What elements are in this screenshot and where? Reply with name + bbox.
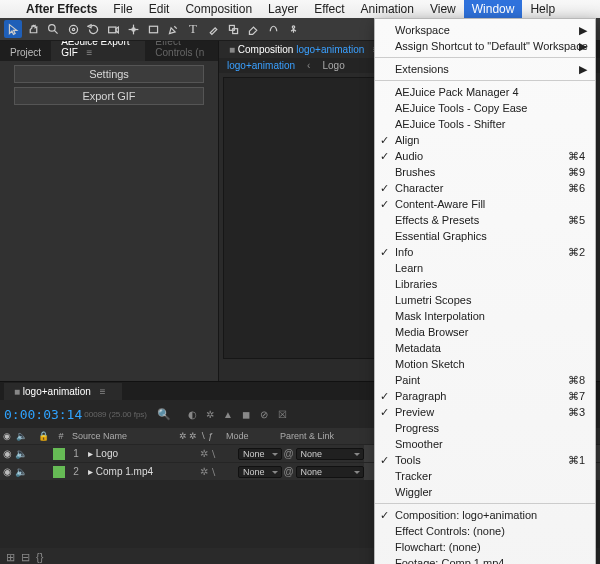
panel-menu-icon[interactable]: ≡ — [94, 386, 112, 397]
toggle-switches-icon[interactable]: ⊞ — [6, 551, 15, 564]
menubar-item-animation[interactable]: Animation — [353, 0, 422, 18]
menubar-item-effect[interactable]: Effect — [306, 0, 352, 18]
blend-mode-select[interactable]: None — [238, 448, 282, 460]
menu-item[interactable]: Media Browser — [375, 324, 595, 340]
menu-item[interactable]: ✓Info⌘2 — [375, 244, 595, 260]
menu-item[interactable]: Brushes⌘9 — [375, 164, 595, 180]
menu-item[interactable]: Mask Interpolation — [375, 308, 595, 324]
switch-icon[interactable]: ✲ — [203, 409, 217, 420]
tab-project[interactable]: Project — [0, 44, 51, 61]
menu-item[interactable]: Smoother — [375, 436, 595, 452]
timeline-tab[interactable]: ■ logo+animation ≡ — [4, 383, 122, 400]
layer-name[interactable]: ▸ Comp 1.mp4 — [84, 466, 178, 477]
rectangle-tool-icon[interactable] — [144, 20, 162, 38]
menubar-item-edit[interactable]: Edit — [141, 0, 178, 18]
label-color[interactable] — [53, 466, 65, 478]
toggle-modes-icon[interactable]: ⊟ — [21, 551, 30, 564]
menu-item[interactable]: Essential Graphics — [375, 228, 595, 244]
menu-item[interactable]: ✓Character⌘6 — [375, 180, 595, 196]
switch-icon[interactable]: ⊘ — [257, 409, 271, 420]
roto-tool-icon[interactable] — [264, 20, 282, 38]
visibility-toggle[interactable]: ◉ — [0, 448, 14, 459]
timecode-sub: 00089 (25.00 fps) — [84, 410, 147, 419]
visibility-toggle[interactable]: ◉ — [0, 466, 14, 477]
menu-item[interactable]: Effects & Presets⌘5 — [375, 212, 595, 228]
menu-item[interactable]: ✓Composition: logo+animation — [375, 507, 595, 523]
layer-switches[interactable]: ✲ ∖ — [178, 448, 238, 459]
aejuice-settings-button[interactable]: Settings — [14, 65, 204, 83]
menu-item[interactable]: Lumetri Scopes — [375, 292, 595, 308]
layer-switches[interactable]: ✲ ∖ — [178, 466, 238, 477]
parent-select[interactable]: None — [296, 466, 364, 478]
rotate-tool-icon[interactable] — [84, 20, 102, 38]
toggle-brackets-icon[interactable]: {} — [36, 551, 43, 563]
switch-icon[interactable]: ◐ — [185, 409, 199, 420]
window-menu-dropdown[interactable]: Workspace▶Assign Shortcut to "Default" W… — [374, 18, 596, 564]
menu-item[interactable]: ✓Preview⌘3 — [375, 404, 595, 420]
col-source[interactable]: Source Name — [72, 431, 166, 441]
menu-item[interactable]: Flowchart: (none) — [375, 539, 595, 555]
switch-icon[interactable]: ▲ — [221, 409, 235, 420]
label-color[interactable] — [53, 448, 65, 460]
parent-pickwhip-icon[interactable]: @ — [282, 448, 296, 459]
app-name[interactable]: After Effects — [18, 2, 105, 16]
audio-toggle[interactable]: 🔈 — [14, 466, 28, 477]
menu-item[interactable]: Tracker — [375, 468, 595, 484]
selection-tool-icon[interactable] — [4, 20, 22, 38]
type-tool-icon[interactable]: T — [184, 20, 202, 38]
menu-item[interactable]: AEJuice Pack Manager 4 — [375, 84, 595, 100]
menubar-item-file[interactable]: File — [105, 0, 140, 18]
menubar-item-layer[interactable]: Layer — [260, 0, 306, 18]
panel-menu-icon[interactable]: ≡ — [81, 47, 99, 58]
menu-item[interactable]: ✓Audio⌘4 — [375, 148, 595, 164]
menu-item[interactable]: ✓Tools⌘1 — [375, 452, 595, 468]
clone-tool-icon[interactable] — [224, 20, 242, 38]
hand-tool-icon[interactable] — [24, 20, 42, 38]
menu-item[interactable]: Footage: Comp 1.mp4 — [375, 555, 595, 564]
blend-mode-select[interactable]: None — [238, 466, 282, 478]
search-icon[interactable]: 🔍 — [157, 408, 171, 421]
inner-tab-other[interactable]: Logo — [322, 60, 344, 71]
svg-point-4 — [72, 28, 74, 30]
parent-select[interactable]: None — [296, 448, 364, 460]
audio-toggle[interactable]: 🔈 — [14, 448, 28, 459]
menu-item[interactable]: ✓Content-Aware Fill — [375, 196, 595, 212]
menu-item[interactable]: Libraries — [375, 276, 595, 292]
timecode[interactable]: 0:00:03:14 — [4, 407, 82, 422]
brush-tool-icon[interactable] — [204, 20, 222, 38]
layer-name[interactable]: ▸ Logo — [84, 448, 178, 459]
menu-item[interactable]: Extensions▶ — [375, 61, 595, 77]
eraser-tool-icon[interactable] — [244, 20, 262, 38]
menu-item[interactable]: AEJuice Tools - Shifter — [375, 116, 595, 132]
tab-composition[interactable]: ■ Composition logo+animation ≡ — [219, 41, 395, 58]
menu-item[interactable]: Effect Controls: (none) — [375, 523, 595, 539]
parent-pickwhip-icon[interactable]: @ — [282, 466, 296, 477]
menu-item[interactable]: Learn — [375, 260, 595, 276]
puppet-tool-icon[interactable] — [284, 20, 302, 38]
menu-item[interactable]: AEJuice Tools - Copy Ease — [375, 100, 595, 116]
menu-item[interactable]: Motion Sketch — [375, 356, 595, 372]
inner-tab-active[interactable]: logo+animation — [227, 60, 295, 71]
orbit-tool-icon[interactable] — [64, 20, 82, 38]
menubar-item-help[interactable]: Help — [522, 0, 563, 18]
switch-icon[interactable]: ☒ — [275, 409, 289, 420]
menu-item[interactable]: Progress — [375, 420, 595, 436]
menu-item[interactable]: Paint⌘8 — [375, 372, 595, 388]
menubar-item-composition[interactable]: Composition — [177, 0, 260, 18]
menubar-item-window[interactable]: Window — [464, 0, 523, 18]
menu-item[interactable]: ✓Align — [375, 132, 595, 148]
menu-item[interactable]: Workspace▶ — [375, 22, 595, 38]
menu-item[interactable]: Metadata — [375, 340, 595, 356]
menu-item[interactable]: ✓Paragraph⌘7 — [375, 388, 595, 404]
aejuice-export-button[interactable]: Export GIF — [14, 87, 204, 105]
switch-icon[interactable]: ◼ — [239, 409, 253, 420]
pen-tool-icon[interactable] — [164, 20, 182, 38]
zoom-tool-icon[interactable] — [44, 20, 62, 38]
svg-point-3 — [69, 25, 77, 33]
camera-tool-icon[interactable] — [104, 20, 122, 38]
timeline-tab-label: logo+animation — [23, 386, 91, 397]
anchor-tool-icon[interactable] — [124, 20, 142, 38]
menu-item[interactable]: Wiggler — [375, 484, 595, 500]
menubar-item-view[interactable]: View — [422, 0, 464, 18]
menu-item[interactable]: Assign Shortcut to "Default" Workspace▶ — [375, 38, 595, 54]
